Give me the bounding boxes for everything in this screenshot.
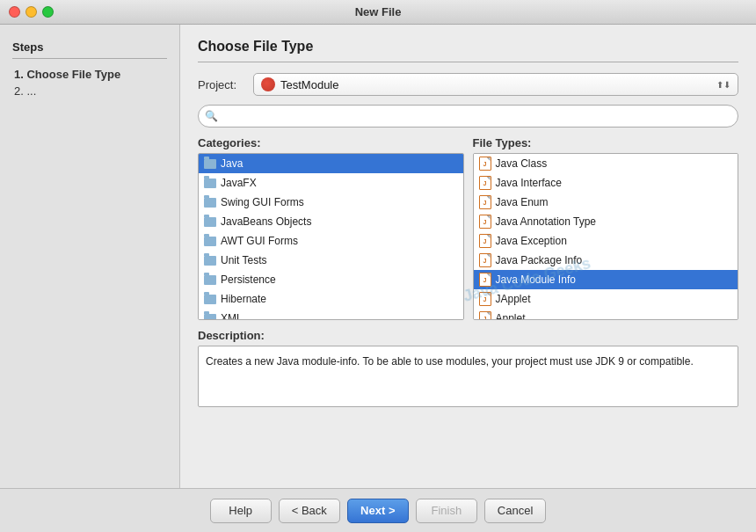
- filetype-icon: J: [479, 234, 491, 248]
- list-item[interactable]: Hibernate: [199, 289, 463, 309]
- back-button[interactable]: < Back: [279, 499, 340, 523]
- description-section: Description: Creates a new Java module-i…: [198, 329, 738, 407]
- right-panel: Choose File Type Project: TestModule ⬆⬇ …: [180, 25, 756, 488]
- panel-title: Choose File Type: [198, 39, 738, 62]
- folder-icon: [204, 217, 216, 227]
- bottom-bar: Help < Back Next > Finish Cancel: [0, 488, 756, 532]
- folder-icon: [204, 237, 216, 246]
- folder-icon: [204, 198, 216, 208]
- filetype-icon: J: [479, 311, 491, 320]
- window-title: New File: [355, 5, 402, 18]
- list-item[interactable]: J Java Enum: [474, 193, 738, 212]
- categories-list[interactable]: Java JavaFX Swing GUI Forms JavaBeans Ob…: [198, 153, 464, 320]
- list-item[interactable]: J Java Annotation Type: [474, 212, 738, 231]
- filetype-icon: J: [479, 253, 491, 267]
- list-item[interactable]: J Java Module Info: [474, 270, 738, 289]
- list-item[interactable]: Java: [199, 154, 463, 173]
- folder-icon: [204, 295, 216, 304]
- filetype-icon: J: [479, 273, 491, 287]
- filetype-icon: J: [479, 292, 491, 306]
- maximize-button[interactable]: [42, 6, 54, 18]
- categories-label: Categories:: [198, 136, 464, 149]
- list-item[interactable]: J Java Package Info: [474, 251, 738, 270]
- description-label: Description:: [198, 329, 738, 342]
- list-item[interactable]: XML: [199, 309, 463, 320]
- description-text: Creates a new Java module-info. To be ab…: [198, 346, 738, 407]
- next-button[interactable]: Next >: [347, 499, 409, 523]
- sidebar-step-2: 2. ...: [12, 84, 167, 98]
- select-arrow-icon: ⬆⬇: [716, 80, 731, 90]
- sidebar: Steps 1. Choose File Type 2. ...: [0, 25, 180, 488]
- list-item[interactable]: Unit Tests: [199, 251, 463, 270]
- folder-icon: [204, 275, 216, 285]
- filetype-icon: J: [479, 176, 491, 190]
- project-row: Project: TestModule ⬆⬇: [198, 73, 738, 96]
- search-container: 🔍: [198, 105, 738, 128]
- minimize-button[interactable]: [25, 6, 37, 18]
- list-item[interactable]: Swing GUI Forms: [199, 193, 463, 212]
- filetype-icon: J: [479, 215, 491, 229]
- search-row: 🔍: [198, 105, 738, 128]
- filetype-icon: J: [479, 157, 491, 171]
- title-bar: New File: [0, 0, 756, 25]
- filetype-icon: J: [479, 195, 491, 209]
- list-item[interactable]: JavaFX: [199, 173, 463, 193]
- folder-icon: [204, 256, 216, 266]
- java-icon: [261, 77, 275, 91]
- folder-icon: [204, 179, 216, 188]
- filetypes-label: File Types:: [473, 136, 739, 149]
- filetypes-list[interactable]: J Java Class J Java Interface J Java Enu…: [473, 153, 739, 320]
- list-item[interactable]: J JApplet: [474, 289, 738, 309]
- sidebar-step-1: 1. Choose File Type: [12, 68, 167, 81]
- categories-container: Categories: Java JavaFX Swing GUI Forms: [198, 136, 464, 320]
- close-button[interactable]: [9, 6, 20, 18]
- project-select[interactable]: TestModule ⬆⬇: [253, 73, 738, 96]
- window-controls[interactable]: [9, 6, 54, 18]
- finish-button[interactable]: Finish: [416, 499, 477, 523]
- list-item[interactable]: J Java Exception: [474, 231, 738, 251]
- cancel-button[interactable]: Cancel: [484, 499, 546, 523]
- list-item[interactable]: J Java Interface: [474, 173, 738, 193]
- project-value: TestModule: [280, 78, 338, 91]
- project-label: Project:: [198, 78, 246, 91]
- help-button[interactable]: Help: [210, 499, 272, 523]
- search-input[interactable]: [198, 105, 738, 128]
- list-item[interactable]: Persistence: [199, 270, 463, 289]
- folder-icon: [204, 314, 216, 321]
- filetypes-container: File Types: J Java Class J Java Interfac…: [473, 136, 739, 320]
- sidebar-title: Steps: [12, 40, 167, 59]
- list-item[interactable]: JavaBeans Objects: [199, 212, 463, 231]
- list-item[interactable]: J Applet: [474, 309, 738, 320]
- list-item[interactable]: J Java Class: [474, 154, 738, 173]
- folder-icon: [204, 159, 216, 169]
- list-item[interactable]: AWT GUI Forms: [199, 231, 463, 251]
- main-content: Steps 1. Choose File Type 2. ... Choose …: [0, 25, 756, 488]
- lists-area: Categories: Java JavaFX Swing GUI Forms: [198, 136, 738, 320]
